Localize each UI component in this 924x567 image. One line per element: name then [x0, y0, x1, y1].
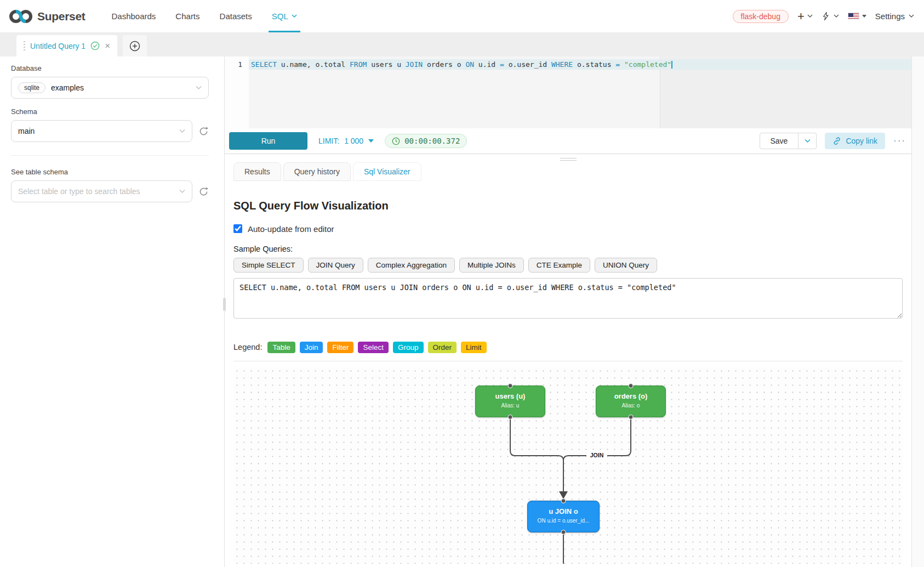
sample-multiple-joins-button[interactable]: Multiple JOINs: [459, 258, 524, 273]
copy-link-button[interactable]: Copy link: [825, 133, 885, 149]
timer-value: 00:00:00.372: [404, 137, 460, 145]
code-line: SELECT u.name, o.total FROM users u JOIN…: [249, 56, 911, 70]
chevron-down-icon: [179, 189, 185, 194]
drag-handle-icon[interactable]: [24, 41, 25, 51]
legend-badge-group: Group: [393, 342, 424, 353]
superset-logo[interactable]: Superset: [9, 0, 85, 32]
link-icon: [832, 137, 841, 145]
run-button[interactable]: Run: [229, 132, 307, 150]
top-navbar: Superset Dashboards Charts Datasets SQL …: [0, 0, 924, 33]
sample-cte-example-button[interactable]: CTE Example: [528, 258, 590, 273]
nav-sql[interactable]: SQL: [264, 0, 305, 32]
node-title: users (u): [476, 392, 545, 400]
tab-sql-visualizer[interactable]: Sql Visualizer: [353, 162, 421, 181]
sample-simple-select-button[interactable]: Simple SELECT: [233, 258, 304, 273]
sqllab-sidebar: Database sqlite examples Schema main: [0, 56, 225, 567]
database-select-value: examples: [51, 83, 84, 92]
query-tab-untitled[interactable]: Untitled Query 1 ×: [16, 35, 117, 56]
new-item-menu[interactable]: +: [797, 10, 813, 22]
node-subtitle: Alias: u: [476, 402, 545, 409]
legend-label: Legend:: [233, 343, 262, 351]
sample-union-query-button[interactable]: UNION Query: [595, 258, 657, 273]
query-timer-badge: 00:00:00.372: [385, 134, 467, 148]
copy-link-label: Copy link: [846, 137, 877, 145]
clock-icon: [392, 137, 400, 145]
sample-query-buttons: Simple SELECT JOIN Query Complex Aggrega…: [233, 258, 903, 273]
check-circle-icon: [90, 41, 100, 50]
sidebar-resize-handle[interactable]: [223, 298, 226, 311]
database-label: Database: [11, 64, 209, 72]
flow-node-orders[interactable]: orders (o) Alias: o: [596, 385, 666, 417]
table-select-placeholder: Select table or type to search tables: [18, 187, 140, 196]
settings-label: Settings: [875, 12, 905, 21]
node-subtitle: Alias: o: [596, 402, 665, 409]
us-flag-icon: [848, 13, 859, 20]
auto-update-row: Auto-update from editor: [233, 224, 903, 234]
nav-datasets[interactable]: Datasets: [212, 0, 260, 32]
db-engine-badge: sqlite: [18, 82, 45, 93]
flow-node-join[interactable]: u JOIN o ON u.id = o.user_id...: [527, 501, 600, 532]
nav-charts[interactable]: Charts: [168, 0, 207, 32]
pane-resize-handle[interactable]: [560, 156, 577, 162]
table-select[interactable]: Select table or type to search tables: [11, 180, 192, 202]
legend-badge-limit: Limit: [461, 342, 487, 353]
legend-badge-filter: Filter: [327, 342, 353, 353]
query-shortcut-menu[interactable]: [822, 11, 839, 21]
join-edge-label: JOIN: [586, 451, 607, 459]
legend-badge-join: Join: [300, 342, 323, 353]
table-schema-label: See table schema: [11, 168, 209, 176]
auto-update-checkbox[interactable]: [233, 224, 242, 233]
refresh-tables-icon[interactable]: [198, 186, 209, 197]
tab-query-history[interactable]: Query history: [283, 162, 351, 181]
environment-badge: flask-debug: [733, 10, 789, 23]
plus-icon: +: [797, 10, 805, 22]
close-icon[interactable]: ×: [105, 41, 110, 50]
language-picker[interactable]: [848, 13, 866, 20]
workspace: Database sqlite examples Schema main: [0, 56, 924, 567]
save-options-caret[interactable]: [798, 133, 817, 149]
schema-select-value: main: [18, 127, 35, 135]
results-pane: Results Query history Sql Visualizer SQL…: [225, 162, 911, 567]
section-divider: [233, 361, 903, 361]
nav-dashboards[interactable]: Dashboards: [104, 0, 163, 32]
legend-badge-table: Table: [267, 342, 295, 353]
node-title: u JOIN o: [528, 507, 599, 515]
legend-badge-order: Order: [428, 342, 457, 353]
auto-update-label: Auto-update from editor: [248, 224, 334, 234]
legend-badge-select: Select: [358, 342, 389, 353]
page-title: SQL Query Flow Visualization: [233, 200, 903, 212]
tab-results[interactable]: Results: [233, 162, 281, 181]
schema-label: Schema: [11, 107, 209, 116]
scrollbar-track[interactable]: [911, 56, 924, 567]
settings-menu[interactable]: Settings: [875, 12, 914, 21]
nav-sql-label: SQL: [272, 12, 288, 21]
caret-down-icon: [368, 139, 374, 143]
limit-dropdown[interactable]: LIMIT: 1 000: [318, 137, 374, 145]
more-actions-button[interactable]: ···: [893, 135, 906, 146]
navbar-right: flask-debug + Settings: [733, 0, 914, 32]
schema-select[interactable]: main: [11, 120, 192, 142]
limit-label: LIMIT:: [318, 137, 339, 145]
node-title: orders (o): [596, 392, 665, 400]
editor-code-area[interactable]: SELECT u.name, o.total FROM users u JOIN…: [249, 56, 911, 128]
flow-canvas[interactable]: JOIN users (u) Alias: u orders (o) Alias…: [233, 367, 903, 564]
chevron-down-icon: [179, 129, 185, 133]
node-subtitle: ON u.id = o.user_id...: [528, 518, 599, 524]
sample-complex-aggregation-button[interactable]: Complex Aggregation: [368, 258, 455, 273]
new-query-tab-button[interactable]: [123, 35, 147, 56]
refresh-schemas-icon[interactable]: [198, 126, 209, 137]
database-select[interactable]: sqlite examples: [11, 77, 209, 99]
lightning-bolt-icon: [822, 11, 831, 21]
sample-join-query-button[interactable]: JOIN Query: [308, 258, 363, 273]
query-input[interactable]: SELECT u.name, o.total FROM users u JOIN…: [233, 278, 903, 319]
sql-editor[interactable]: 1 SELECT u.name, o.total FROM users u JO…: [225, 56, 911, 128]
flow-node-users[interactable]: users (u) Alias: u: [475, 385, 545, 417]
editor-toolbar: Run LIMIT: 1 000 00:00:00.372 Save: [225, 128, 911, 154]
editor-pane: 1 SELECT u.name, o.total FROM users u JO…: [225, 56, 911, 567]
query-tab-title: Untitled Query 1: [30, 42, 85, 50]
logo-wordmark: Superset: [37, 10, 85, 23]
chevron-down-icon: [807, 14, 813, 18]
chevron-down-icon: [909, 14, 914, 18]
save-button[interactable]: Save: [760, 133, 799, 149]
chevron-down-icon: [805, 139, 811, 143]
